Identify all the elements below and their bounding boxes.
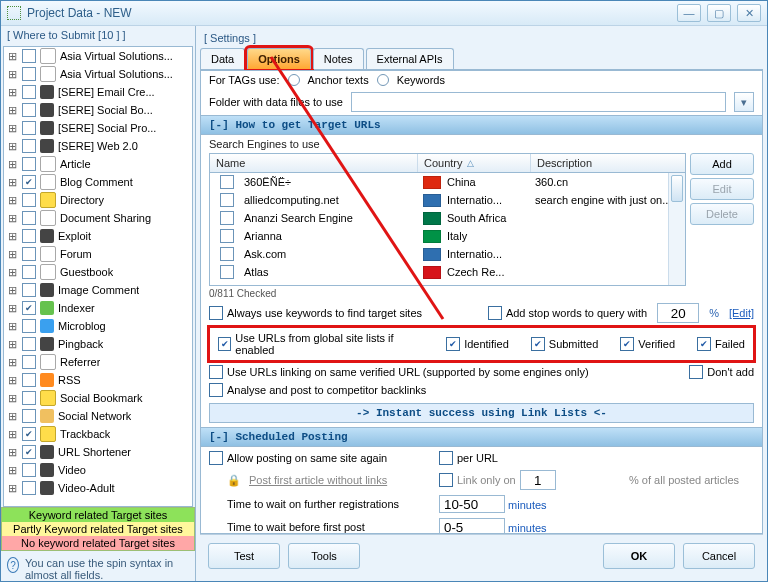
tree-checkbox[interactable]	[22, 481, 36, 495]
cancel-button[interactable]: Cancel	[683, 543, 755, 569]
expand-icon[interactable]: ⊞	[6, 266, 18, 279]
tree-item[interactable]: ⊞Document Sharing	[4, 209, 192, 227]
expand-icon[interactable]: ⊞	[6, 284, 18, 297]
tree-item[interactable]: ⊞Pingback	[4, 335, 192, 353]
wait-first-input[interactable]	[439, 518, 505, 534]
expand-icon[interactable]: ⊞	[6, 302, 18, 315]
use-linking-url-checkbox[interactable]	[209, 365, 223, 379]
tree-item[interactable]: ⊞Indexer	[4, 299, 192, 317]
tree-item[interactable]: ⊞Guestbook	[4, 263, 192, 281]
tree-checkbox[interactable]	[22, 103, 36, 117]
tree-checkbox[interactable]	[22, 355, 36, 369]
expand-icon[interactable]: ⊞	[6, 212, 18, 225]
expand-icon[interactable]: ⊞	[6, 482, 18, 495]
table-row[interactable]: AriannaItaly	[210, 227, 685, 245]
per-url-checkbox[interactable]	[439, 451, 453, 465]
tree-checkbox[interactable]	[22, 157, 36, 171]
expand-icon[interactable]: ⊞	[6, 392, 18, 405]
add-stop-words-checkbox[interactable]	[488, 306, 502, 320]
expand-icon[interactable]: ⊞	[6, 320, 18, 333]
tab-external-apis[interactable]: External APIs	[366, 48, 454, 69]
expand-icon[interactable]: ⊞	[6, 446, 18, 459]
tab-data[interactable]: Data	[200, 48, 245, 69]
expand-icon[interactable]: ⊞	[6, 194, 18, 207]
tree-item[interactable]: ⊞Blog Comment	[4, 173, 192, 191]
tree-item[interactable]: ⊞[SERE] Social Pro...	[4, 119, 192, 137]
minutes-link[interactable]: minutes	[508, 522, 547, 534]
expand-icon[interactable]: ⊞	[6, 68, 18, 81]
analyse-competitor-checkbox[interactable]	[209, 383, 223, 397]
edit-link[interactable]: [Edit]	[729, 307, 754, 319]
col-country[interactable]: Country△	[418, 154, 531, 172]
tree-checkbox[interactable]	[22, 409, 36, 423]
tree-checkbox[interactable]	[22, 121, 36, 135]
tree-item[interactable]: ⊞Social Network	[4, 407, 192, 425]
link-lists-banner[interactable]: -> Instant success using Link Lists <-	[209, 403, 754, 423]
folder-input[interactable]	[351, 92, 726, 112]
dont-add-checkbox[interactable]	[689, 365, 703, 379]
category-tree[interactable]: ⊞Asia Virtual Solutions...⊞Asia Virtual …	[3, 46, 193, 507]
tree-item[interactable]: ⊞Image Comment	[4, 281, 192, 299]
tree-checkbox[interactable]	[22, 265, 36, 279]
tree-item[interactable]: ⊞Directory	[4, 191, 192, 209]
tree-checkbox[interactable]	[22, 445, 36, 459]
tree-item[interactable]: ⊞Social Bookmark	[4, 389, 192, 407]
expand-icon[interactable]: ⊞	[6, 176, 18, 189]
expand-icon[interactable]: ⊞	[6, 50, 18, 63]
expand-icon[interactable]: ⊞	[6, 230, 18, 243]
row-checkbox[interactable]	[220, 265, 234, 279]
expand-icon[interactable]: ⊞	[6, 122, 18, 135]
minutes-link[interactable]: minutes	[508, 499, 547, 511]
tree-checkbox[interactable]	[22, 67, 36, 81]
row-checkbox[interactable]	[220, 175, 234, 189]
row-checkbox[interactable]	[220, 247, 234, 261]
anchor-texts-radio[interactable]	[288, 74, 300, 86]
use-global-lists-checkbox[interactable]	[218, 337, 231, 351]
minimize-button[interactable]: —	[677, 4, 701, 22]
table-row[interactable]: 360ËÑË÷China360.cn	[210, 173, 685, 191]
section-scheduled[interactable]: [-] Scheduled Posting	[201, 427, 762, 447]
table-row[interactable]: Ask.comInternatio...	[210, 245, 685, 263]
section-target-urls[interactable]: [-] How to get Target URLs	[201, 115, 762, 135]
test-button[interactable]: Test	[208, 543, 280, 569]
tree-checkbox[interactable]	[22, 373, 36, 387]
verified-checkbox[interactable]	[620, 337, 634, 351]
tree-item[interactable]: ⊞Referrer	[4, 353, 192, 371]
tree-item[interactable]: ⊞URL Shortener	[4, 443, 192, 461]
expand-icon[interactable]: ⊞	[6, 104, 18, 117]
table-row[interactable]: alliedcomputing.netInternatio...search e…	[210, 191, 685, 209]
close-button[interactable]: ✕	[737, 4, 761, 22]
tree-item[interactable]: ⊞Trackback	[4, 425, 192, 443]
tree-checkbox[interactable]	[22, 283, 36, 297]
expand-icon[interactable]: ⊞	[6, 248, 18, 261]
expand-icon[interactable]: ⊞	[6, 374, 18, 387]
tree-checkbox[interactable]	[22, 391, 36, 405]
table-scrollbar[interactable]	[668, 173, 685, 285]
table-row[interactable]: AtlasCzech Re...	[210, 263, 685, 281]
engines-table[interactable]: Name Country△ Description 360ËÑË÷China36…	[209, 153, 686, 286]
tree-item[interactable]: ⊞Video-Adult	[4, 479, 192, 497]
tree-checkbox[interactable]	[22, 139, 36, 153]
tab-notes[interactable]: Notes	[313, 48, 364, 69]
tree-item[interactable]: ⊞Article	[4, 155, 192, 173]
tree-checkbox[interactable]	[22, 427, 36, 441]
tree-checkbox[interactable]	[22, 319, 36, 333]
tools-button[interactable]: Tools	[288, 543, 360, 569]
tree-checkbox[interactable]	[22, 211, 36, 225]
tree-checkbox[interactable]	[22, 247, 36, 261]
table-row[interactable]: Ananzi Search EngineSouth Africa	[210, 209, 685, 227]
tree-checkbox[interactable]	[22, 85, 36, 99]
row-checkbox[interactable]	[220, 211, 234, 225]
stop-words-count[interactable]	[657, 303, 699, 323]
tree-checkbox[interactable]	[22, 49, 36, 63]
row-checkbox[interactable]	[220, 193, 234, 207]
expand-icon[interactable]: ⊞	[6, 338, 18, 351]
keywords-radio[interactable]	[377, 74, 389, 86]
post-first-article-link[interactable]: Post first article without links	[249, 474, 387, 486]
tree-item[interactable]: ⊞Video	[4, 461, 192, 479]
tree-item[interactable]: ⊞Asia Virtual Solutions...	[4, 47, 192, 65]
tree-item[interactable]: ⊞[SERE] Social Bo...	[4, 101, 192, 119]
tree-item[interactable]: ⊞RSS	[4, 371, 192, 389]
ok-button[interactable]: OK	[603, 543, 675, 569]
tree-checkbox[interactable]	[22, 229, 36, 243]
